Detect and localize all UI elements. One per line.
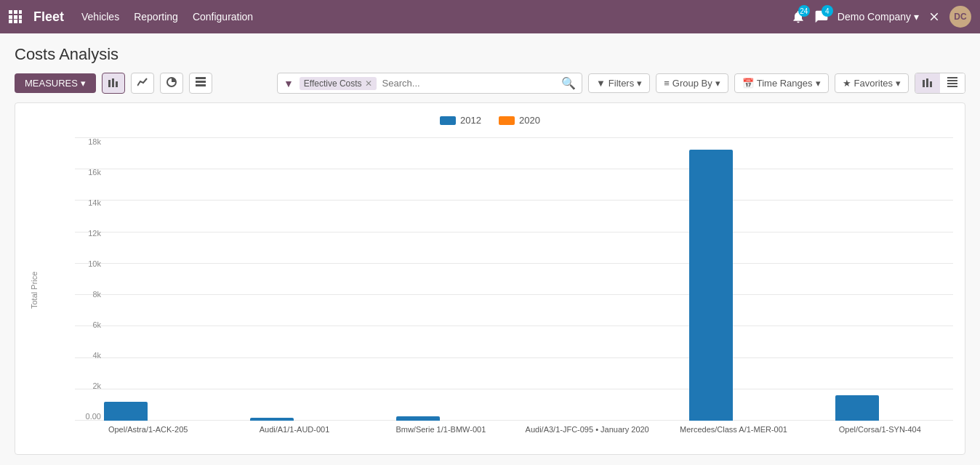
legend-2012: 2012 [440, 115, 481, 126]
chart-container: 2012 2020 Total Price 18k16k14k12k10k8k6… [15, 102, 965, 455]
search-icon[interactable]: 🔍 [561, 76, 576, 90]
messages-badge: 4 [822, 5, 833, 17]
legend-2020: 2020 [499, 115, 540, 126]
group-by-dropdown-icon: ▾ [715, 78, 720, 89]
x-label: Mercedes/Class A/1-MER-001 [660, 422, 806, 442]
filter-bar: ▼ Effective Costs ✕ 🔍 [277, 73, 582, 94]
time-ranges-button[interactable]: 📅 Time Ranges ▾ [734, 73, 829, 93]
notifications-badge: 24 [798, 5, 810, 17]
bar-chart-button[interactable] [102, 73, 125, 94]
svg-rect-14 [196, 81, 206, 83]
chart-view-button[interactable] [915, 73, 940, 93]
messages-btn[interactable]: 4 [814, 9, 829, 24]
group-by-button[interactable]: ≡ Group By ▾ [656, 73, 728, 93]
topbar: Fleet Vehicles Reporting Configuration 2… [0, 0, 980, 33]
svg-rect-7 [14, 20, 17, 23]
company-dropdown-icon: ▾ [914, 11, 919, 23]
notifications-btn[interactable]: 24 [791, 9, 806, 24]
company-name: Demo Company [838, 11, 911, 23]
filter-funnel-icon: ▼ [284, 78, 294, 89]
svg-rect-6 [9, 20, 12, 23]
line-chart-button[interactable] [131, 73, 154, 94]
filters-label: Filters [609, 78, 634, 89]
chart-inner: 18k16k14k12k10k8k6k4k2k0.00 Opel/Astra/1… [44, 137, 953, 442]
bar-group [807, 395, 953, 421]
stack-chart-button[interactable] [189, 73, 212, 94]
app-title: Fleet [33, 9, 64, 25]
active-filter-tag: Effective Costs ✕ [300, 77, 377, 90]
nav-configuration[interactable]: Configuration [193, 11, 253, 23]
y-axis-label: Total Price [27, 137, 41, 442]
bar-2012[interactable] [104, 402, 148, 421]
svg-rect-8 [19, 20, 22, 23]
group-by-icon: ≡ [664, 78, 670, 89]
calendar-icon: 📅 [742, 78, 754, 89]
line-chart-icon [137, 78, 148, 89]
x-label: Audi/A3/1-JFC-095 • January 2020 [514, 422, 660, 442]
search-input[interactable] [382, 78, 555, 89]
page-title: Costs Analysis [15, 45, 965, 64]
svg-rect-17 [926, 78, 928, 87]
avatar[interactable]: DC [949, 6, 971, 28]
filter-tag-close[interactable]: ✕ [365, 78, 372, 89]
x-label: Opel/Corsa/1-SYN-404 [807, 422, 953, 442]
top-nav: Vehicles Reporting Configuration [81, 11, 253, 23]
bar-2012[interactable] [250, 418, 294, 421]
group-by-label: Group By [672, 78, 712, 89]
svg-rect-0 [9, 10, 12, 14]
favorites-button[interactable]: ★ Favorites ▾ [835, 73, 909, 93]
grid-icon[interactable] [9, 10, 22, 23]
star-icon: ★ [843, 78, 851, 89]
bars-row [75, 137, 953, 421]
page: Costs Analysis MEASURES ▾ [0, 33, 980, 465]
filters-funnel-icon: ▼ [596, 78, 606, 89]
bar-2012[interactable] [396, 416, 440, 421]
svg-rect-13 [196, 77, 206, 79]
svg-rect-19 [947, 77, 957, 78]
filters-dropdown-icon: ▾ [637, 78, 642, 89]
svg-rect-5 [19, 15, 22, 19]
filters-button[interactable]: ▼ Filters ▾ [588, 73, 650, 93]
legend-color-2020 [499, 116, 515, 125]
legend-color-2012 [440, 116, 456, 125]
svg-rect-1 [14, 10, 17, 14]
svg-rect-20 [947, 80, 957, 81]
pie-chart-icon [166, 78, 177, 89]
svg-rect-18 [930, 81, 932, 87]
nav-reporting[interactable]: Reporting [134, 11, 178, 23]
svg-rect-15 [196, 84, 206, 86]
toolbar: MEASURES ▾ ▼ Effect [15, 73, 965, 94]
x-label: Opel/Astra/1-ACK-205 [75, 422, 221, 442]
favorites-dropdown-icon: ▾ [896, 78, 901, 89]
table-view-button[interactable] [940, 73, 965, 93]
company-selector[interactable]: Demo Company ▾ [838, 11, 919, 23]
measures-button[interactable]: MEASURES ▾ [15, 73, 96, 93]
topbar-right: 24 4 Demo Company ▾ DC [791, 6, 971, 28]
legend-label-2012: 2012 [460, 115, 481, 126]
chart-legend: 2012 2020 [27, 115, 953, 126]
svg-rect-21 [947, 83, 957, 84]
filter-tag-label: Effective Costs [304, 78, 362, 89]
chart-area: Total Price 18k16k14k12k10k8k6k4k2k0.00 … [27, 137, 953, 442]
bar-chart-icon [108, 78, 119, 89]
svg-rect-10 [112, 78, 114, 87]
measures-label: MEASURES [25, 78, 78, 89]
view-toggle [915, 73, 965, 94]
right-toolbar: ▼ Filters ▾ ≡ Group By ▾ 📅 Time Ranges ▾… [588, 73, 965, 94]
x-label: Audi/A1/1-AUD-001 [221, 422, 367, 442]
time-ranges-label: Time Ranges [757, 78, 813, 89]
svg-rect-2 [19, 10, 22, 14]
close-btn[interactable] [928, 10, 941, 23]
bar-2012[interactable] [689, 150, 733, 421]
svg-rect-22 [947, 86, 957, 87]
bar-group [368, 416, 514, 421]
bar-group [221, 418, 367, 421]
nav-vehicles[interactable]: Vehicles [81, 11, 119, 23]
stack-icon [196, 78, 206, 89]
bar-group [660, 150, 806, 421]
bar-2012[interactable] [835, 395, 879, 421]
svg-rect-3 [9, 15, 12, 19]
svg-rect-11 [116, 81, 118, 87]
pie-chart-button[interactable] [160, 73, 183, 94]
measures-dropdown-icon: ▾ [81, 78, 86, 89]
